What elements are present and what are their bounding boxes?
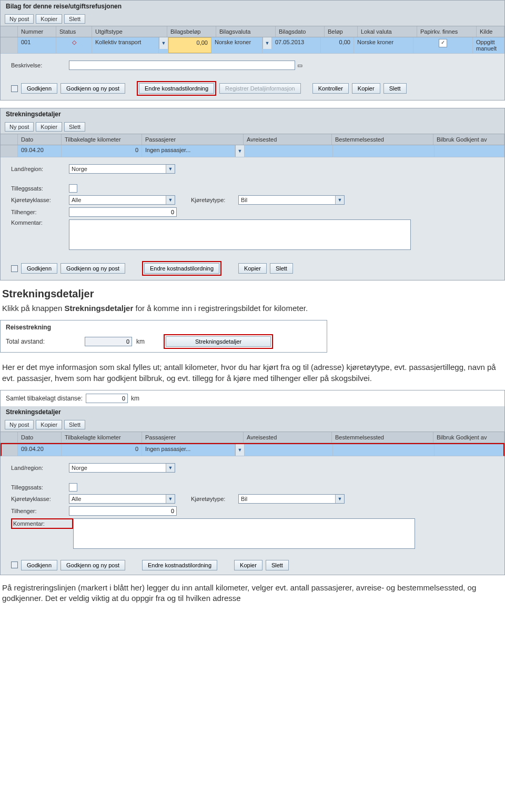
col-nummer[interactable]: Nummer bbox=[18, 26, 56, 37]
kontroller-button[interactable]: Kontroller bbox=[312, 83, 349, 94]
cell-bilbruk[interactable] bbox=[435, 444, 503, 456]
land-select[interactable]: Norge ▼ bbox=[69, 164, 175, 174]
kopier-button[interactable]: Kopier bbox=[238, 263, 267, 274]
slett-button[interactable]: Slett bbox=[383, 83, 407, 94]
slett-button[interactable]: Slett bbox=[270, 263, 293, 274]
ny-post-button[interactable]: Ny post bbox=[5, 420, 34, 429]
col-papirkv[interactable]: Papirkv. finnes bbox=[417, 26, 477, 37]
col-bilbruk[interactable]: Bilbruk Godkjent av bbox=[433, 432, 504, 443]
chevron-down-icon[interactable]: ▼ bbox=[235, 145, 245, 157]
col-best[interactable]: Bestemmelsessted bbox=[332, 432, 433, 443]
km-unit: km bbox=[136, 338, 145, 345]
slett-button[interactable]: Slett bbox=[64, 14, 85, 24]
col-dato[interactable]: Dato bbox=[18, 432, 62, 443]
type-select[interactable]: Bil ▼ bbox=[238, 195, 345, 205]
cell-best[interactable] bbox=[333, 145, 435, 157]
endre-kostnad-button[interactable]: Endre kostnadstilordning bbox=[144, 263, 219, 274]
godkjenn-ny-button[interactable]: Godkjenn og ny post bbox=[60, 263, 125, 274]
chevron-down-icon[interactable]: ▼ bbox=[335, 196, 344, 204]
cell-pass[interactable]: Ingen passasjer... bbox=[142, 444, 235, 456]
col-kilde[interactable]: Kilde bbox=[477, 26, 504, 37]
col-km[interactable]: Tilbakelagte kilometer bbox=[62, 134, 142, 145]
status-box-icon bbox=[11, 85, 18, 92]
tilhenger-input[interactable] bbox=[69, 506, 177, 516]
kommentar-input[interactable] bbox=[73, 518, 415, 549]
cell-avreise[interactable] bbox=[245, 145, 333, 157]
kopier-button[interactable]: Kopier bbox=[36, 420, 62, 429]
chevron-down-icon[interactable]: ▼ bbox=[166, 165, 175, 173]
col-avreise[interactable]: Avreisested bbox=[244, 432, 332, 443]
cell-papirkv[interactable]: ✓ bbox=[413, 37, 473, 53]
endre-kostnad-button[interactable]: Endre kostnadstilordning bbox=[142, 560, 217, 570]
col-bilagsbelop[interactable]: Bilagsbeløp bbox=[167, 26, 216, 37]
cell-km[interactable]: 0 bbox=[62, 444, 142, 456]
slett-button[interactable]: Slett bbox=[64, 122, 85, 132]
col-dato[interactable]: Dato bbox=[18, 134, 62, 145]
col-pass[interactable]: Passasjerer bbox=[142, 432, 244, 443]
cell-dato[interactable]: 09.04.20 bbox=[18, 444, 62, 456]
beskrivelse-input[interactable] bbox=[69, 61, 295, 70]
cell-pass[interactable]: Ingen passasjer... bbox=[142, 145, 235, 157]
col-km[interactable]: Tilbakelagte kilometer bbox=[62, 432, 142, 443]
cell-dato[interactable]: 09.04.20 bbox=[18, 145, 62, 157]
type-select[interactable]: Bil ▼ bbox=[238, 494, 345, 504]
klasse-select[interactable]: Alle ▼ bbox=[69, 494, 175, 504]
chevron-down-icon[interactable]: ▼ bbox=[159, 37, 168, 49]
klasse-select[interactable]: Alle ▼ bbox=[69, 195, 175, 205]
cell-utgiftstype[interactable]: Kollektiv transport bbox=[92, 37, 159, 53]
godkjenn-button[interactable]: Godkjenn bbox=[21, 83, 57, 94]
col-status[interactable]: Status bbox=[56, 26, 92, 37]
tillegg-checkbox[interactable] bbox=[69, 184, 77, 193]
tillegg-checkbox[interactable] bbox=[69, 483, 77, 492]
godkjenn-ny-button[interactable]: Godkjenn og ny post bbox=[60, 83, 125, 94]
godkjenn-button[interactable]: Godkjenn bbox=[21, 560, 57, 570]
chevron-down-icon[interactable]: ▼ bbox=[166, 196, 175, 204]
kopier-button[interactable]: Kopier bbox=[36, 14, 62, 24]
cell-bilbruk[interactable] bbox=[435, 145, 504, 157]
kommentar-input[interactable] bbox=[69, 219, 411, 250]
page-icon[interactable]: ▭ bbox=[297, 62, 302, 69]
type-label: Kjøretøytype: bbox=[191, 496, 238, 502]
land-select[interactable]: Norge ▼ bbox=[69, 463, 175, 473]
ny-post-button[interactable]: Ny post bbox=[5, 14, 34, 24]
chevron-down-icon[interactable]: ▼ bbox=[335, 495, 344, 503]
col-lokal[interactable]: Lokal valuta bbox=[358, 26, 417, 37]
col-bilagsdato[interactable]: Bilagsdato bbox=[276, 26, 325, 37]
slett-button[interactable]: Slett bbox=[266, 560, 289, 570]
chevron-down-icon[interactable]: ▼ bbox=[235, 444, 245, 456]
endre-kostnad-button[interactable]: Endre kostnadstilordning bbox=[139, 83, 214, 94]
cell-avreise[interactable] bbox=[245, 444, 333, 456]
table-row[interactable]: 001 ◇ Kollektiv transport ▼ 0,00 Norske … bbox=[1, 37, 504, 54]
kopier-button[interactable]: Kopier bbox=[352, 83, 380, 94]
godkjenn-button[interactable]: Godkjenn bbox=[21, 263, 57, 274]
action-row: Godkjenn Godkjenn og ny post Endre kostn… bbox=[1, 77, 504, 100]
col-best[interactable]: Bestemmelsessted bbox=[332, 134, 433, 145]
table-row-highlighted[interactable]: 09.04.20 0 Ingen passasjer... ▼ bbox=[1, 443, 504, 456]
slett-button[interactable]: Slett bbox=[64, 420, 85, 429]
chevron-down-icon[interactable]: ▼ bbox=[166, 495, 175, 503]
cell-best[interactable] bbox=[333, 444, 435, 456]
col-bilagsvaluta[interactable]: Bilagsvaluta bbox=[216, 26, 276, 37]
col-belop[interactable]: Beløp bbox=[325, 26, 358, 37]
row-selector[interactable] bbox=[1, 37, 18, 53]
col-bilbruk[interactable]: Bilbruk Godkjent av bbox=[433, 134, 504, 145]
cell-bilagsvaluta[interactable]: Norske kroner bbox=[211, 37, 262, 53]
table-row[interactable]: 09.04.20 0 Ingen passasjer... ▼ bbox=[1, 145, 504, 157]
samlet-value[interactable] bbox=[86, 394, 128, 403]
col-pass[interactable]: Passasjerer bbox=[142, 134, 244, 145]
col-avreise[interactable]: Avreisested bbox=[244, 134, 332, 145]
cell-bilagsbelop[interactable]: 0,00 bbox=[168, 37, 211, 53]
godkjenn-ny-button[interactable]: Godkjenn og ny post bbox=[60, 560, 125, 570]
chevron-down-icon[interactable]: ▼ bbox=[262, 37, 272, 49]
col-utgiftstype[interactable]: Utgiftstype bbox=[92, 26, 167, 37]
ny-post-button[interactable]: Ny post bbox=[5, 122, 34, 132]
kopier-button[interactable]: Kopier bbox=[36, 122, 62, 132]
cell-bilagsdato[interactable]: 07.05.2013 bbox=[272, 37, 321, 53]
strekningsdetaljer-button[interactable]: Strekningsdetaljer bbox=[166, 336, 271, 347]
total-avstand-value bbox=[85, 337, 132, 346]
checkbox-checked-icon[interactable]: ✓ bbox=[439, 39, 447, 47]
cell-km[interactable]: 0 bbox=[62, 145, 142, 157]
tilhenger-input[interactable] bbox=[69, 207, 177, 217]
kopier-button[interactable]: Kopier bbox=[234, 560, 262, 570]
chevron-down-icon[interactable]: ▼ bbox=[166, 464, 175, 472]
